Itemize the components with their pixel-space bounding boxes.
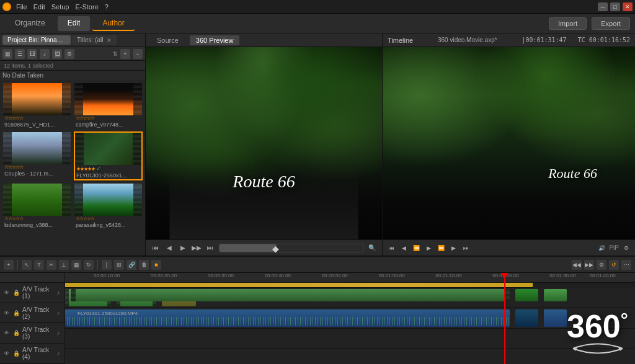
- settings-2-icon[interactable]: ⚙: [621, 243, 631, 253]
- video-clip-end[interactable]: [515, 289, 538, 301]
- track-audio-icon[interactable]: ♪: [55, 329, 62, 337]
- list-item[interactable]: ☆☆☆☆☆ parasailing_v5428...: [74, 183, 143, 229]
- timeline-area: + ↖ T ✂ ⊥ ▦ ↻ | ⊞ 🔗 🗑 ■ ◀◀ ▶▶ ⚙ ↺ ⋯ 👁 🔒 …: [0, 255, 635, 364]
- track-eye-icon[interactable]: 👁: [2, 329, 10, 337]
- audio-clip-end[interactable]: [515, 309, 538, 327]
- minimize-button[interactable]: ─: [598, 2, 608, 11]
- maximize-button[interactable]: □: [610, 2, 620, 11]
- track-labels: 👁 🔒 A/V Track (1) ♪ 👁 🔒 A/V Track (2) ♪ …: [0, 273, 65, 364]
- tl-snap-icon[interactable]: |: [102, 260, 112, 270]
- project-bin-tab[interactable]: Project Bin: Pinnacle Stu... ✕: [2, 35, 71, 45]
- step-forward-icon[interactable]: ▶▶: [192, 243, 202, 253]
- timeline-prev-icon[interactable]: ◀: [399, 243, 409, 253]
- track-lock-icon[interactable]: 🔒: [12, 309, 20, 317]
- fast-forward-icon[interactable]: ⏭: [205, 243, 215, 253]
- tl-group-icon[interactable]: ⊞: [114, 260, 124, 270]
- timeline-home-icon[interactable]: ⏮: [386, 243, 396, 253]
- music-icon[interactable]: ♪: [40, 49, 50, 59]
- zoom-icon[interactable]: 🔍: [367, 243, 377, 253]
- list-item[interactable]: ☆☆☆☆☆ kidsrunning_v388...: [2, 183, 71, 229]
- tl-text-icon[interactable]: T: [34, 260, 44, 270]
- track-audio-icon[interactable]: ♪: [55, 350, 62, 357]
- route66-overlay: Route 66: [233, 172, 295, 192]
- tl-cursor-icon[interactable]: ↖: [22, 260, 32, 270]
- list-item[interactable]: ☆☆☆☆☆ 91608675_V_HD1...: [2, 82, 71, 129]
- tl-add-icon[interactable]: +: [4, 260, 14, 270]
- menu-setup[interactable]: Setup: [51, 3, 69, 11]
- list-item[interactable]: ☆☆☆☆☆ campfire_v97748...: [74, 82, 143, 129]
- film-icon[interactable]: 🎞: [27, 49, 37, 59]
- thumbnail-image: [3, 83, 71, 115]
- zoom-out-icon[interactable]: −: [133, 49, 143, 59]
- track-audio-icon[interactable]: ♪: [55, 309, 62, 317]
- media-label: kidsrunning_v388...: [3, 221, 71, 229]
- track-eye-icon[interactable]: 👁: [2, 289, 10, 296]
- timeline-rewind-icon[interactable]: ⏪: [411, 243, 421, 253]
- rewind-icon[interactable]: ⏮: [151, 243, 161, 253]
- step-back-icon[interactable]: ◀: [164, 243, 174, 253]
- play-icon[interactable]: ▶: [178, 243, 188, 253]
- pip-button[interactable]: PiP: [609, 244, 619, 251]
- track-eye-icon[interactable]: 👁: [2, 350, 10, 357]
- timeline-toolbar: + ↖ T ✂ ⊥ ▦ ↻ | ⊞ 🔗 🗑 ■ ◀◀ ▶▶ ⚙ ↺ ⋯: [0, 257, 635, 273]
- tl-link-icon[interactable]: 🔗: [127, 260, 136, 270]
- menu-help[interactable]: ?: [105, 3, 109, 11]
- tl-more-icon[interactable]: ⋯: [621, 260, 631, 270]
- tab-360-preview[interactable]: 360 Preview: [190, 35, 240, 45]
- image-icon[interactable]: 🖼: [52, 49, 62, 59]
- export-button[interactable]: Export: [592, 17, 630, 30]
- timeline-next-icon[interactable]: ▶: [448, 243, 458, 253]
- tracks-inner: 00:00:10.00 00:00:20.00 00:00:30.00 00:0…: [65, 273, 635, 364]
- tl-redo-icon[interactable]: ↺: [609, 260, 619, 270]
- menu-edit[interactable]: Edit: [33, 3, 45, 11]
- tab-edit[interactable]: Edit: [58, 16, 91, 31]
- track-eye-icon[interactable]: 👁: [2, 309, 10, 317]
- volume-icon[interactable]: 🔊: [597, 243, 606, 253]
- tl-split-icon[interactable]: ⊥: [59, 260, 69, 270]
- main-video-clip[interactable]: [71, 289, 510, 301]
- close-button[interactable]: ✕: [623, 2, 633, 11]
- grid-view-icon[interactable]: ▦: [2, 49, 12, 59]
- list-view-icon[interactable]: ☰: [15, 49, 25, 59]
- track-name: A/V Track (2): [22, 306, 52, 320]
- track-lock-icon[interactable]: 🔒: [12, 350, 20, 357]
- timeline-play-icon[interactable]: ▶: [424, 243, 433, 253]
- tab-author[interactable]: Author: [92, 16, 134, 31]
- track-lock-icon[interactable]: 🔒: [12, 329, 20, 337]
- tl-settings-icon[interactable]: ⚙: [597, 260, 606, 270]
- tl-zoom-in-icon[interactable]: ▶▶: [584, 260, 594, 270]
- scrubber-handle[interactable]: ◆: [272, 244, 279, 254]
- track-lock-icon[interactable]: 🔒: [12, 289, 20, 296]
- tab-organize[interactable]: Organize: [5, 16, 55, 31]
- timecode-ruler: 00:00:10.00 00:00:20.00 00:00:30.00 00:0…: [65, 273, 635, 283]
- track-audio-icon[interactable]: ♪: [55, 289, 62, 296]
- audio-clip-end2[interactable]: [544, 309, 567, 327]
- menu-estore[interactable]: E-Store: [75, 3, 98, 11]
- titles-tab[interactable]: Titles: (all ✕: [72, 35, 117, 45]
- video-clip-end2[interactable]: [544, 289, 567, 301]
- list-item[interactable]: ☆☆☆☆☆ Couples - 1271.m...: [2, 131, 71, 180]
- menu-file[interactable]: File: [16, 3, 27, 11]
- settings-icon[interactable]: ⚙: [64, 49, 74, 59]
- timeline-end-icon[interactable]: ⏭: [461, 243, 471, 253]
- tl-color-icon[interactable]: ■: [151, 260, 161, 270]
- list-item[interactable]: ★★★★★✓ FLY01301-2560x1...: [74, 131, 143, 180]
- preview-scrubber[interactable]: ◆: [219, 244, 363, 252]
- zoom-in-icon[interactable]: +: [120, 49, 130, 59]
- tl-loop-icon[interactable]: ↻: [84, 260, 94, 270]
- ruler-mark: 00:01:30.00: [549, 273, 575, 278]
- import-button[interactable]: Import: [549, 17, 587, 30]
- thumbnail-image: [74, 83, 142, 115]
- tl-delete-icon[interactable]: 🗑: [139, 260, 149, 270]
- tl-zoom-out-icon[interactable]: ◀◀: [572, 260, 582, 270]
- tl-trim-icon[interactable]: ✂: [47, 260, 56, 270]
- right-route66: Route 66: [548, 166, 597, 182]
- sort-icon[interactable]: ⇅: [113, 51, 118, 57]
- tl-grid-icon[interactable]: ▦: [71, 260, 81, 270]
- tab-source[interactable]: Source: [151, 35, 185, 45]
- titles-close[interactable]: ✕: [107, 37, 112, 43]
- center-preview: Route 66: [146, 47, 382, 239]
- audio-waveform: [65, 317, 510, 326]
- audio-clip[interactable]: FLY01301-2560x1280.MP4: [65, 309, 510, 327]
- timeline-ff-icon[interactable]: ⏩: [436, 243, 446, 253]
